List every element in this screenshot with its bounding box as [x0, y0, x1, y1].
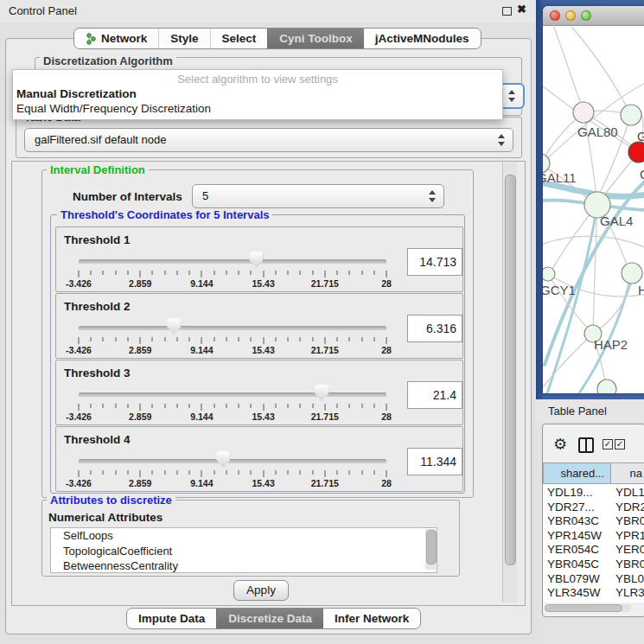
- threshold-value-field[interactable]: 21.4: [407, 381, 462, 409]
- slider-thumb[interactable]: [216, 451, 230, 468]
- slider-tick: [115, 337, 116, 341]
- table-hscrollbar-thumb[interactable]: [545, 604, 622, 612]
- slider-tick: [337, 337, 338, 341]
- network-node-pink[interactable]: [573, 102, 594, 123]
- slider-tick: [239, 404, 239, 408]
- zoom-traffic-light-icon[interactable]: [581, 10, 591, 21]
- threshold-slider[interactable]: -3.4262.8599.14415.4321.71528: [79, 227, 386, 291]
- table-row[interactable]: YBL079WYBL0: [543, 571, 644, 586]
- popup-option-equal-width-frequency-discretization[interactable]: Equal Width/Frequency Discretization: [16, 102, 211, 115]
- slider-tick: [263, 337, 264, 344]
- table-data-combobox[interactable]: galFiltered.sif default node: [24, 128, 513, 152]
- slider-tick: [239, 337, 239, 341]
- network-edge: [543, 334, 593, 387]
- attributes-scrollbar-thumb[interactable]: [426, 530, 437, 564]
- slider-track[interactable]: [79, 326, 386, 330]
- cell-name: YBL0: [615, 571, 644, 586]
- slider-tick: [103, 404, 104, 408]
- slider-tick: [312, 271, 313, 275]
- slider-tick: [201, 470, 202, 477]
- network-node-green[interactable]: [597, 379, 616, 393]
- slider-thumb[interactable]: [315, 385, 328, 401]
- attribute-item-betweennesscentrality[interactable]: BetweennessCentrality: [51, 558, 437, 573]
- slider-tick: [263, 470, 264, 477]
- slider-tick: [103, 337, 104, 341]
- tab-discretize-data[interactable]: Discretize Data: [216, 609, 323, 628]
- split-columns-icon[interactable]: [578, 437, 594, 453]
- network-window-titlebar[interactable]: [543, 6, 644, 26]
- slider-tick: [288, 271, 289, 275]
- attribute-item-selfloops[interactable]: SelfLoops: [51, 528, 437, 544]
- tab-jactivemnodules[interactable]: jActiveMNodules: [364, 29, 481, 48]
- network-node-green[interactable]: [543, 267, 555, 281]
- minimize-traffic-light-icon[interactable]: [565, 10, 576, 21]
- slider-tick: [263, 404, 264, 411]
- slider-track[interactable]: [79, 259, 386, 264]
- float-window-icon[interactable]: [502, 7, 512, 16]
- network-node-label: GAL11: [543, 170, 577, 185]
- network-node-label: GA: [637, 129, 644, 143]
- network-node-green[interactable]: [622, 263, 642, 284]
- tab-impute-data[interactable]: Impute Data: [127, 609, 216, 628]
- network-canvas[interactable]: GAL80GAGAGAL11GAL4GCY1HAHAP2: [543, 25, 644, 393]
- slider-tick-label: 15.43: [252, 411, 274, 422]
- slider-tick: [127, 271, 128, 275]
- slider-tick: [214, 337, 214, 341]
- apply-button[interactable]: Apply: [233, 580, 289, 601]
- slider-tick-label: -3.426: [66, 478, 92, 488]
- number-of-intervals-spinner[interactable]: 5: [192, 184, 444, 208]
- checked-box-icon[interactable]: ✓: [615, 439, 625, 450]
- network-node-red[interactable]: [628, 142, 644, 163]
- threshold-box-2: Threshold 2-3.4262.8599.14415.4321.71528…: [55, 293, 463, 359]
- threshold-value-field[interactable]: 14.713: [407, 248, 462, 276]
- threshold-value-field[interactable]: 6.316: [407, 315, 462, 342]
- table-row[interactable]: YDR27...YDR2: [543, 500, 644, 514]
- checked-box-icon[interactable]: ✓: [603, 439, 613, 450]
- discretization-algorithm-label: Discretization Algorithm: [40, 55, 176, 67]
- slider-tick: [239, 271, 239, 275]
- slider-thumb[interactable]: [249, 252, 263, 268]
- table-row[interactable]: YBR045CYBR0: [543, 557, 644, 571]
- column-header-shared-name[interactable]: shared...: [543, 462, 611, 484]
- combo-arrows-icon: [507, 89, 515, 103]
- gear-icon[interactable]: ⚙: [553, 435, 567, 454]
- attribute-item-topologicalcoefficient[interactable]: TopologicalCoefficient: [51, 544, 437, 559]
- tab-network[interactable]: Network: [74, 29, 158, 48]
- network-node-label: GCY1: [543, 283, 576, 297]
- vertical-scrollbar-thumb[interactable]: [505, 175, 516, 565]
- slider-tick: [275, 271, 276, 275]
- table-row[interactable]: YPR145WYPR1: [543, 528, 644, 543]
- threshold-value-field[interactable]: 11.344: [407, 448, 462, 475]
- table-row[interactable]: YLR345WYLR3: [543, 585, 644, 600]
- slider-tick: [79, 404, 80, 411]
- close-icon[interactable]: ✖: [517, 3, 526, 16]
- tab-select[interactable]: Select: [210, 29, 268, 48]
- column-header-name[interactable]: na: [610, 462, 644, 484]
- slider-tick: [152, 404, 153, 408]
- slider-tick: [337, 404, 338, 408]
- slider-track[interactable]: [79, 459, 386, 463]
- table-row[interactable]: YDL19...YDL1: [543, 485, 644, 500]
- slider-tick: [152, 271, 153, 275]
- slider-tick: [324, 337, 325, 344]
- table-row[interactable]: YIL052CYIL0: [543, 600, 644, 603]
- table-row[interactable]: YER054CYER0: [543, 542, 644, 557]
- threshold-slider[interactable]: -3.4262.8599.14415.4321.71528: [79, 427, 386, 491]
- threshold-slider[interactable]: -3.4262.8599.14415.4321.71528: [79, 360, 386, 424]
- slider-tick: [140, 337, 141, 344]
- slider-tick-label: 21.715: [311, 411, 339, 422]
- slider-tick-label: 28: [381, 478, 392, 488]
- tab-infer-network[interactable]: Infer Network: [323, 609, 420, 628]
- popup-option-manual-discretization[interactable]: Manual Discretization: [16, 87, 137, 100]
- threshold-slider[interactable]: -3.4262.8599.14415.4321.71528: [79, 294, 386, 358]
- close-traffic-light-icon[interactable]: [550, 10, 560, 21]
- slider-tick: [176, 404, 177, 408]
- slider-thumb[interactable]: [167, 318, 181, 335]
- slider-tick: [164, 404, 165, 408]
- table-row[interactable]: YBR043CYBR0: [543, 513, 644, 528]
- tab-style[interactable]: Style: [158, 29, 209, 48]
- slider-track[interactable]: [79, 392, 386, 397]
- network-node-green[interactable]: [621, 105, 641, 125]
- tab-label: Infer Network: [335, 612, 409, 625]
- tab-cyni-toolbox[interactable]: Cyni Toolbox: [267, 29, 364, 48]
